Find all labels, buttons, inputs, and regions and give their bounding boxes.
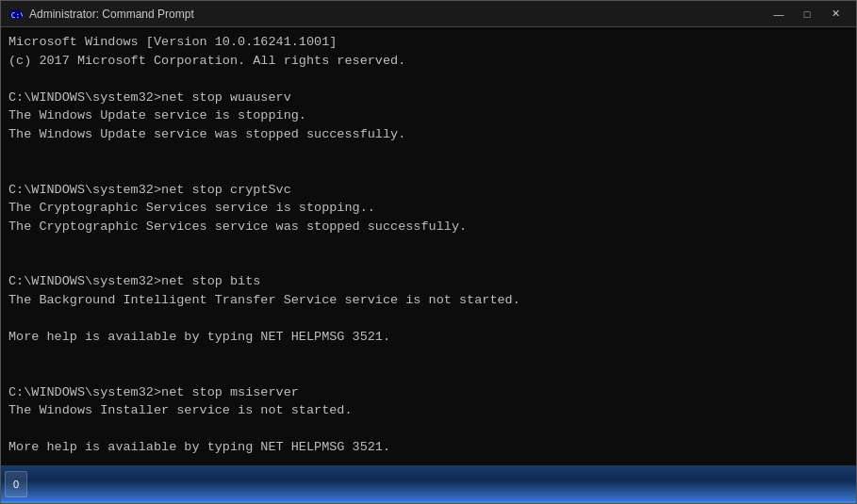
close-button[interactable]: ✕: [822, 5, 849, 24]
svg-text:C:\: C:\: [11, 10, 23, 19]
terminal-body[interactable]: Microsoft Windows [Version 10.0.16241.10…: [1, 27, 856, 465]
title-bar-left: C:\ Administrator: Command Prompt: [8, 7, 194, 22]
window-title: Administrator: Command Prompt: [29, 8, 194, 21]
cmd-icon: C:\: [8, 7, 24, 22]
taskbar-item[interactable]: 0: [5, 471, 27, 497]
minimize-button[interactable]: —: [766, 5, 792, 24]
command-prompt-window: C:\ Administrator: Command Prompt — □ ✕ …: [0, 0, 857, 504]
title-bar: C:\ Administrator: Command Prompt — □ ✕: [1, 1, 856, 27]
terminal-output: Microsoft Windows [Version 10.0.16241.10…: [8, 33, 849, 465]
taskbar: 0: [1, 465, 856, 503]
title-bar-controls: — □ ✕: [766, 5, 849, 24]
maximize-button[interactable]: □: [794, 5, 820, 24]
taskbar-item-label: 0: [13, 479, 19, 490]
